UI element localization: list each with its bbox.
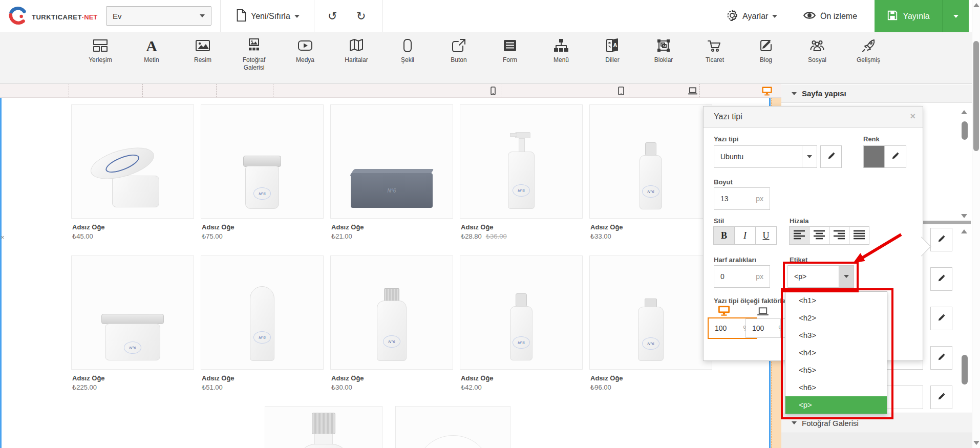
structure-row-edit-button[interactable] [930,307,952,330]
toolbar-item-cart[interactable]: Ticaret [691,37,739,64]
italic-button[interactable]: I [734,226,756,245]
price-current: ₺96.00 [590,383,611,391]
redo-button[interactable]: ↻ [356,0,366,32]
page-select[interactable]: Ev [106,6,211,26]
tag-option[interactable]: <h3> [785,327,887,344]
settings-button[interactable]: Ayarlar [726,0,777,32]
product-name: Adsız Öğe [590,223,623,231]
letter-spacing-input[interactable]: 0 px [714,265,770,288]
tag-option[interactable]: <h6> [785,379,887,396]
price-current: ₺28.80 [461,232,482,240]
panel-scroll-up[interactable] [961,110,967,114]
tag-option[interactable]: <h2> [785,309,887,327]
product-card[interactable]: N°6Adsız Öğe₺28.80₺36.00 [460,104,583,249]
selection-close-handle[interactable]: × [1,233,5,241]
font-family-edit-button[interactable] [820,145,842,168]
toolbar-item-button[interactable]: Buton [435,37,483,64]
structure-row-edit-button[interactable] [930,228,952,251]
product-card[interactable]: N°6Adsız Öğe₺21.00 [330,104,453,249]
structure-row-edit-button[interactable] [930,346,952,370]
product-shape-spray: N°6 [635,142,666,210]
panel-scroll-up[interactable] [961,229,967,233]
publish-dropdown-button[interactable] [942,0,969,32]
toolbar-item-blog[interactable]: Blog [742,37,790,64]
laptop-icon[interactable] [757,307,769,318]
toolbar-item-layout[interactable]: Yerleşim [76,37,124,64]
structure-row-edit-button[interactable] [930,267,952,291]
product-card[interactable]: N°6Adsız Öğe₺225.00 [71,255,194,400]
panel-scroll-thumb[interactable] [962,121,968,140]
font-color-edit-button[interactable] [884,145,906,168]
tag-option[interactable]: <h5> [785,361,887,379]
phone-icon[interactable] [488,86,498,99]
toolbar-item-languages[interactable]: ADiller [588,37,636,64]
panel-section-photo-gallery[interactable]: Fotoğraf Galerisi [781,413,972,433]
product-shape-pump: N°6 [503,132,540,210]
font-family-select[interactable]: Ubuntu [714,145,817,168]
dialog-title: Yazı tipi [714,112,742,121]
product-price: ₺45.00 [72,232,93,240]
tag-option[interactable]: <p> [785,396,887,414]
toolbar-item-image[interactable]: Resim [179,37,227,64]
underline-button[interactable]: U [755,226,777,245]
product-shape-jar-small: N°6 [239,156,285,210]
toolbar-item-text[interactable]: AMetin [127,37,176,64]
panel-section-page-structure[interactable]: Sayfa yapısı [781,84,972,103]
laptop-icon[interactable] [687,86,698,99]
price-current: ₺51.00 [202,383,223,391]
font-family-label: Yazı tipi [714,135,738,143]
toolbar-item-social[interactable]: Sosyal [793,37,841,64]
preview-button[interactable]: Ön izleme [803,0,857,32]
panel-scroll-thumb[interactable] [962,355,968,385]
monitor-icon[interactable] [761,86,773,99]
scroll-thumb[interactable] [973,41,979,151]
scroll-down-arrow[interactable] [973,441,979,445]
tag-option[interactable]: <h4> [785,344,887,361]
tablet-icon[interactable] [616,86,626,99]
close-icon[interactable]: × [910,111,915,122]
product-shape-spray: N°6 [506,293,537,361]
bold-button[interactable]: B [713,226,735,245]
scroll-up-arrow[interactable] [973,3,979,7]
desktop-icon[interactable] [717,305,731,318]
svg-text:A: A [613,42,617,48]
toolbar-item-photo-gallery[interactable]: Fotoğraf Galerisi [230,37,278,72]
align-center-button[interactable] [809,226,829,245]
new-reset-button[interactable]: Yeni/Sıfırla [235,0,300,32]
chevron-down-icon [953,15,958,18]
toolbar-item-blocks[interactable]: Bloklar [640,37,688,64]
product-card[interactable]: N°6Adsız Öğe₺33.00 [589,104,712,249]
toolbar-item-shape[interactable]: Şekil [384,37,432,64]
product-shape-bottle-small: N°6 [636,298,666,361]
color-swatch[interactable] [863,145,886,168]
toolbar-item-maps[interactable]: Haritalar [332,37,380,64]
publish-button[interactable]: Yayınla [875,0,942,32]
align-justify-button[interactable] [849,226,869,245]
product-card[interactable]: N°6Adsız Öğe₺30.00 [330,255,453,400]
panel-scroll-down[interactable] [961,214,967,218]
toolbar-item-media[interactable]: Medya [281,37,329,64]
toolbar-item-label: Fotoğraf Galerisi [234,56,274,72]
product-card[interactable] [395,406,510,448]
toolbar-item-rocket[interactable]: Gelişmiş [844,37,892,64]
align-right-button[interactable] [829,226,849,245]
product-card[interactable]: Adsız Öğe₺45.00 [71,104,194,249]
toolbar-item-label: Haritalar [345,56,368,64]
product-card[interactable]: N°6Adsız Öğe₺51.00 [201,255,324,400]
font-size-input[interactable]: 13 px [714,187,770,210]
font-size-label: Boyut [714,178,733,186]
chevron-down-icon [792,421,797,424]
undo-button[interactable]: ↺ [328,0,337,32]
price-current: ₺42.00 [461,383,482,391]
product-card[interactable]: N°6Adsız Öğe₺75.00 [201,104,324,249]
align-left-button[interactable] [789,226,809,245]
toolbar-item-menu-tree[interactable]: Menü [537,37,585,64]
product-card[interactable]: N°6Adsız Öğe₺96.00 [589,255,712,400]
product-card[interactable] [265,406,382,448]
structure-row-edit-button[interactable] [930,386,952,409]
tag-option[interactable]: <h1> [785,292,887,309]
align-center-icon [813,229,826,242]
toolbar-item-form[interactable]: Form [486,37,534,64]
tag-select[interactable]: <p> [787,265,854,288]
product-card[interactable]: N°6Adsız Öğe₺42.00 [460,255,583,400]
